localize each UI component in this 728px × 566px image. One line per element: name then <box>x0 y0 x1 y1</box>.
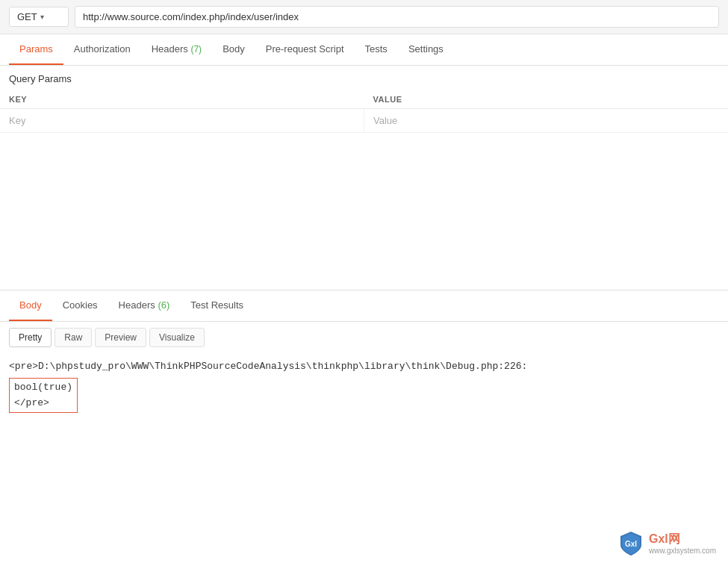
highlighted-line-2: </pre> <box>14 396 72 411</box>
key-column-header: KEY <box>0 90 364 109</box>
response-tab-headers[interactable]: Headers (6) <box>108 290 181 321</box>
watermark-text: Gxl网 www.gxlsystem.com <box>649 532 716 555</box>
sub-tab-preview[interactable]: Preview <box>95 328 146 347</box>
sub-tab-pretty[interactable]: Pretty <box>9 328 52 347</box>
tab-authorization[interactable]: Authorization <box>63 34 141 65</box>
request-tabs: Params Authorization Headers (7) Body Pr… <box>9 34 719 65</box>
shield-icon: Gxl <box>617 530 644 557</box>
response-body: <pre>D:\phpstudy_pro\WWW\ThinkPHPSourceC… <box>0 353 728 419</box>
tab-headers[interactable]: Headers (7) <box>141 34 212 65</box>
sub-tab-raw[interactable]: Raw <box>55 328 92 347</box>
sub-tab-visualize[interactable]: Visualize <box>149 328 205 347</box>
params-table: KEY VALUE Key Value <box>0 90 728 133</box>
response-tab-body[interactable]: Body <box>9 290 52 321</box>
highlighted-line-1: bool(true) <box>14 380 72 396</box>
spacer <box>0 133 728 282</box>
headers-badge: (7) <box>190 44 202 55</box>
watermark-brand: Gxl网 <box>649 532 716 546</box>
key-cell[interactable]: Key <box>0 109 364 133</box>
response-tabs-container: Body Cookies Headers (6) Test Results <box>0 290 728 322</box>
svg-text:Gxl: Gxl <box>625 540 637 548</box>
request-tabs-container: Params Authorization Headers (7) Body Pr… <box>0 34 728 66</box>
tab-tests[interactable]: Tests <box>355 34 398 65</box>
sub-tabs-container: Pretty Raw Preview Visualize <box>0 322 728 353</box>
pre-line: <pre>D:\phpstudy_pro\WWW\ThinkPHPSourceC… <box>9 359 719 375</box>
tab-params[interactable]: Params <box>9 34 63 65</box>
query-params-title: Query Params <box>0 66 728 90</box>
highlight-box: bool(true) </pre> <box>9 378 78 414</box>
params-row: Key Value <box>0 109 728 133</box>
tab-settings[interactable]: Settings <box>398 34 454 65</box>
tab-body[interactable]: Body <box>212 34 255 65</box>
tab-prerequest[interactable]: Pre-request Script <box>255 34 355 65</box>
watermark-url: www.gxlsystem.com <box>649 547 716 556</box>
url-input[interactable] <box>75 6 719 28</box>
method-label: GET <box>17 11 37 22</box>
value-column-header: VALUE <box>364 90 729 109</box>
response-headers-badge: (6) <box>158 299 169 311</box>
chevron-down-icon: ▾ <box>40 13 44 21</box>
response-tab-test-results[interactable]: Test Results <box>180 290 254 321</box>
value-cell[interactable]: Value <box>364 109 729 133</box>
response-tab-cookies[interactable]: Cookies <box>52 290 108 321</box>
method-select[interactable]: GET ▾ <box>9 7 69 27</box>
response-tabs: Body Cookies Headers (6) Test Results <box>9 290 719 321</box>
watermark: Gxl Gxl网 www.gxlsystem.com <box>617 530 716 557</box>
request-bar: GET ▾ <box>0 0 728 34</box>
